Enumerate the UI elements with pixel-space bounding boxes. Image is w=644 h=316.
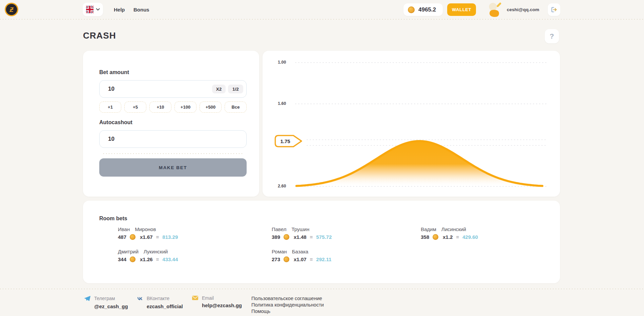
bet-row: ПавелТрушин 389 x1.48 = 575.72 xyxy=(272,226,421,240)
autocashout-field-wrap xyxy=(99,130,247,148)
bet-result: 429.60 xyxy=(462,234,478,240)
coin-icon xyxy=(284,234,289,240)
bet-amount-label: Bet amount xyxy=(99,69,129,75)
balance-value: 4965.2 xyxy=(418,6,436,13)
bettor-name: ДмитрийЛукинский xyxy=(118,249,272,254)
coin-icon xyxy=(433,234,438,240)
y-tick-3: 2.60 xyxy=(278,184,291,188)
autocashout-label: Autocashout xyxy=(99,119,132,126)
wallet-button[interactable]: WALLET xyxy=(447,3,476,16)
bet-value-line: 344 x1.26 = 433.44 xyxy=(118,256,272,262)
equals-sign: = xyxy=(456,234,459,240)
telegram-icon xyxy=(84,295,91,302)
bet-result: 813.29 xyxy=(162,234,178,240)
crash-chart-panel: 1.00 1.60 2.60 1.75 xyxy=(263,51,560,197)
language-selector[interactable] xyxy=(83,3,103,16)
bet-amount: 358 xyxy=(421,234,429,240)
equals-sign: = xyxy=(310,256,313,262)
privacy-link[interactable]: Политика конфиденциальности xyxy=(251,302,324,308)
bettor-first-name: Вадим xyxy=(421,226,436,232)
vk-icon xyxy=(137,295,143,302)
bet-amount-field-wrap: X2 1/2 xyxy=(99,80,247,98)
telegram-handle[interactable]: @ez_cash_gg xyxy=(94,303,128,309)
footer-telegram: Телеграм @ez_cash_gg xyxy=(84,295,128,309)
svg-text:Ƶ: Ƶ xyxy=(9,6,14,13)
ezcash-logo-icon: Ƶ xyxy=(4,2,19,17)
coin-icon xyxy=(130,234,136,240)
user-email[interactable]: ceshi@qq.com xyxy=(507,0,539,19)
y-tick-2: 1.60 xyxy=(278,101,291,106)
quick-bet-plus5[interactable]: +5 xyxy=(124,101,146,113)
bet-value-line: 358 x1.2 = 429.60 xyxy=(421,234,556,240)
footer-links: Пользовательское соглашение Политика кон… xyxy=(251,296,324,314)
bet-multiplier: x1.67 xyxy=(140,234,153,240)
bet-multiplier: x1.2 xyxy=(443,234,453,240)
balance-display[interactable]: 4965.2 xyxy=(403,3,443,16)
half-bet-button[interactable]: 1/2 xyxy=(228,85,243,93)
bet-row: ИванМиронов 487 x1.67 = 813.29 xyxy=(118,226,272,240)
top-bar: Ƶ Help Bonus 4965.2 WALLET ceshi@qq.com xyxy=(0,0,644,19)
quick-bet-all[interactable]: Все xyxy=(225,101,247,113)
bet-amount: 344 xyxy=(118,256,126,262)
quick-bet-plus100[interactable]: +100 xyxy=(174,101,196,113)
telegram-link[interactable]: Телеграм xyxy=(84,295,128,302)
bettor-first-name: Иван xyxy=(118,226,130,232)
terms-link[interactable]: Пользовательское соглашение xyxy=(251,296,324,301)
room-bets-grid: ИванМиронов 487 x1.67 = 813.29 ПавелТруш… xyxy=(118,226,556,262)
quick-bet-plus10[interactable]: +10 xyxy=(149,101,171,113)
crash-chart xyxy=(263,51,560,197)
bet-multiplier: x1.48 xyxy=(294,234,307,240)
bettor-last-name: Лукинский xyxy=(144,249,168,254)
coin-icon xyxy=(130,256,136,262)
page-title: CRASH xyxy=(83,30,116,41)
vk-link[interactable]: ВКонтакте xyxy=(137,295,183,302)
bet-value-line: 389 x1.48 = 575.72 xyxy=(272,234,421,240)
footer-email: Email help@ezcash.gg xyxy=(192,295,242,308)
avatar-icon xyxy=(487,1,503,18)
bettor-first-name: Роман xyxy=(272,249,287,254)
bet-row: РоманБазака 273 x1.07 = 292.11 xyxy=(272,249,421,262)
vk-handle[interactable]: ezcash_official xyxy=(147,303,183,309)
autocashout-input[interactable] xyxy=(99,130,247,148)
bet-row: ВадимЛисинский 358 x1.2 = 429.60 xyxy=(421,226,556,240)
equals-sign: = xyxy=(310,234,313,240)
nav-help-link[interactable]: Help xyxy=(114,0,125,19)
bet-multiplier: x1.26 xyxy=(140,256,153,262)
bettor-last-name: Миронов xyxy=(135,226,156,232)
user-avatar[interactable] xyxy=(487,1,503,18)
bet-result: 575.72 xyxy=(316,234,332,240)
bet-multiplier: x1.07 xyxy=(294,256,307,262)
room-bets-panel: Room bets ИванМиронов 487 x1.67 = 813.29… xyxy=(83,201,560,283)
bet-amount: 389 xyxy=(272,234,280,240)
bettor-name: РоманБазака xyxy=(272,249,421,254)
equals-sign: = xyxy=(156,256,159,262)
bettor-first-name: Павел xyxy=(272,226,287,232)
make-bet-button[interactable]: MAKE BET xyxy=(99,158,247,177)
footer-vk: ВКонтакте ezcash_official xyxy=(137,295,183,309)
email-address[interactable]: help@ezcash.gg xyxy=(202,302,242,308)
quick-bet-plus1[interactable]: +1 xyxy=(99,101,121,113)
brand-logo[interactable]: Ƶ xyxy=(4,2,19,17)
uk-flag-icon xyxy=(86,6,94,13)
double-bet-button[interactable]: X2 xyxy=(212,85,226,93)
bet-panel-divider xyxy=(103,153,242,154)
coin-icon xyxy=(408,6,415,13)
help-link[interactable]: Помощь xyxy=(251,309,324,314)
bettor-last-name: Лисинский xyxy=(441,226,466,232)
nav-bonus-link[interactable]: Bonus xyxy=(133,0,149,19)
bettor-name: ИванМиронов xyxy=(118,226,272,232)
email-label: Email xyxy=(202,295,214,301)
logout-icon xyxy=(551,6,557,13)
bet-value-line: 273 x1.07 = 292.11 xyxy=(272,256,421,262)
bettor-name: ПавелТрушин xyxy=(272,226,421,232)
footer-divider xyxy=(0,289,644,289)
coin-icon xyxy=(284,256,289,262)
game-help-button[interactable]: ? xyxy=(545,29,559,43)
chevron-down-icon xyxy=(96,8,100,11)
email-link[interactable]: Email xyxy=(192,295,242,301)
bettor-first-name: Дмитрий xyxy=(118,249,139,254)
logout-button[interactable] xyxy=(548,3,560,16)
telegram-label: Телеграм xyxy=(94,296,115,301)
room-bets-title: Room bets xyxy=(99,216,127,222)
quick-bet-plus500[interactable]: +500 xyxy=(200,101,222,113)
